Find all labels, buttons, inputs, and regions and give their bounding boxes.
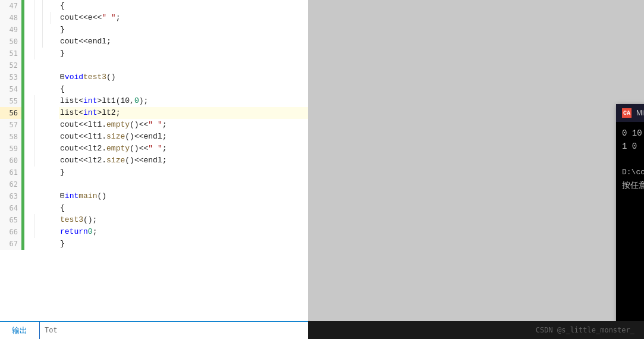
indent-guide — [51, 83, 59, 95]
console-prompt: 按任意键关闭此窗口. . ._ — [622, 179, 644, 192]
indent-guide — [34, 107, 42, 119]
watermark-text: CSDN @s_little_monster_ — [536, 326, 634, 334]
indent-guide — [51, 24, 59, 36]
line-row: 62 — [0, 178, 308, 190]
line-number: 61 — [0, 167, 21, 178]
code-line-content[interactable]: test3(); — [59, 214, 308, 226]
code-line-content[interactable] — [59, 178, 308, 190]
code-line-content[interactable]: } — [59, 167, 308, 178]
collapse-indicator — [24, 238, 34, 250]
indent-guide — [34, 131, 42, 143]
line-number: 50 — [0, 36, 21, 48]
code-line-content[interactable]: { — [59, 202, 308, 214]
code-line-content[interactable]: cout << lt1.empty() << " "; — [59, 119, 308, 131]
line-number: 58 — [0, 131, 21, 143]
line-number: 51 — [0, 48, 21, 59]
line-row: 48 cout << e << " "; — [0, 12, 308, 24]
collapse-indicator — [24, 36, 34, 48]
indent-guide — [51, 107, 59, 119]
indent-guide — [51, 95, 59, 107]
right-panel: CA Microsoft Visual Studio 调试控制台 0 10 1 … — [308, 0, 644, 339]
bottom-label-text: Tot — [45, 327, 58, 335]
indent-guide — [51, 178, 59, 190]
code-line-content[interactable]: cout << lt1.size() << endl; — [59, 131, 308, 143]
indent-guide — [34, 59, 42, 71]
indent-guide — [51, 226, 59, 238]
code-line-content[interactable]: cout << endl; — [59, 36, 308, 48]
indent-guide — [42, 226, 51, 238]
console-line-3 — [622, 153, 644, 166]
indent-guide — [34, 202, 42, 214]
line-number: 56 — [0, 107, 21, 119]
line-row: 52 — [0, 59, 308, 71]
code-line-content[interactable]: cout << lt2.size() << endl; — [59, 155, 308, 167]
code-line-content[interactable]: ⊟void test3() — [59, 71, 308, 83]
line-number: 65 — [0, 214, 21, 226]
indent-guide — [34, 178, 42, 190]
indent-guide — [34, 143, 42, 155]
indent-guide — [42, 167, 51, 178]
indent-guide — [42, 12, 51, 24]
indent-guide — [51, 71, 59, 83]
collapse-indicator — [24, 167, 34, 178]
indent-guide — [51, 0, 59, 12]
line-row: 63⊟int main() — [0, 190, 308, 202]
collapse-indicator[interactable] — [24, 190, 34, 202]
code-line-content[interactable] — [59, 59, 308, 71]
collapse-indicator — [24, 178, 34, 190]
line-number: 48 — [0, 12, 21, 24]
output-bar[interactable]: 输出 Tot — [0, 321, 308, 339]
indent-guide — [34, 0, 42, 12]
console-path: D:\code\newcode here\one-years-essence--… — [622, 166, 644, 179]
collapse-indicator — [24, 107, 34, 119]
indent-guide — [42, 131, 51, 143]
code-editor[interactable]: 47 {48 cout << e << " ";49 }50 cout << e… — [0, 0, 308, 339]
indent-guide — [34, 83, 42, 95]
code-line-content[interactable]: cout << lt2.empty() << " "; — [59, 143, 308, 155]
indent-guide — [42, 238, 51, 250]
indent-guide — [34, 238, 42, 250]
line-number: 52 — [0, 59, 21, 71]
indent-guide — [51, 190, 59, 202]
collapse-indicator — [24, 226, 34, 238]
collapse-indicator — [24, 214, 34, 226]
code-content: 47 {48 cout << e << " ";49 }50 cout << e… — [0, 0, 308, 321]
line-number: 54 — [0, 83, 21, 95]
line-number: 66 — [0, 226, 21, 238]
collapse-indicator[interactable] — [24, 71, 34, 83]
console-window[interactable]: CA Microsoft Visual Studio 调试控制台 0 10 1 … — [616, 104, 644, 339]
line-row: 58 cout << lt1.size() << endl; — [0, 131, 308, 143]
bottom-label-area: Tot — [40, 322, 62, 339]
indent-guide — [42, 214, 51, 226]
code-line-content[interactable]: list<int> lt1(10, 0); — [59, 95, 308, 107]
line-row: 53⊟void test3() — [0, 71, 308, 83]
collapse-indicator — [24, 83, 34, 95]
code-line-content[interactable]: { — [59, 83, 308, 95]
line-number: 47 — [0, 0, 21, 12]
indent-guide — [34, 155, 42, 167]
output-tab-label: 输出 — [12, 325, 27, 336]
console-output[interactable]: 0 10 1 0 D:\code\newcode here\one-years-… — [616, 122, 644, 339]
indent-guide — [51, 155, 59, 167]
line-row: 61 } — [0, 167, 308, 178]
line-row: 47 { — [0, 0, 308, 12]
code-line-content[interactable]: } — [59, 238, 308, 250]
indent-guide — [42, 107, 51, 119]
line-number: 63 — [0, 190, 21, 202]
code-line-content[interactable]: ⊟int main() — [59, 190, 308, 202]
code-line-content[interactable]: } — [59, 24, 308, 36]
indent-guide — [42, 36, 51, 48]
code-line-content[interactable]: { — [59, 0, 308, 12]
code-line-content[interactable]: } — [59, 48, 308, 59]
line-row: 49 } — [0, 24, 308, 36]
code-line-content[interactable]: cout << e << " "; — [59, 12, 308, 24]
indent-guide — [42, 95, 51, 107]
code-line-content[interactable]: return 0; — [59, 226, 308, 238]
line-number: 55 — [0, 95, 21, 107]
collapse-indicator — [24, 131, 34, 143]
code-line-content[interactable]: list<int> lt2; — [59, 107, 308, 119]
indent-guide — [51, 167, 59, 178]
collapse-indicator — [24, 0, 34, 12]
output-tab[interactable]: 输出 — [0, 322, 40, 339]
line-row: 57 cout << lt1.empty() << " "; — [0, 119, 308, 131]
